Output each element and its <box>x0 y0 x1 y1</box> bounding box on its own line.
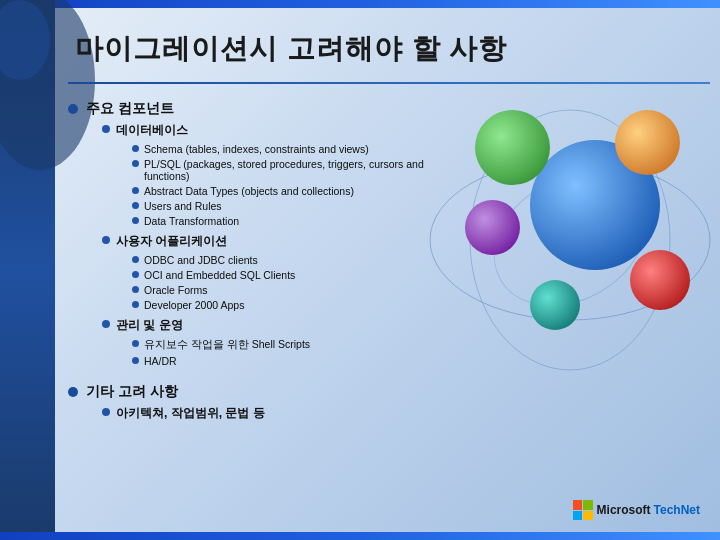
title-divider <box>68 82 710 84</box>
label-database: 데이터베이스 <box>116 122 440 139</box>
apps-item-0: ODBC and JDBC clients <box>132 254 295 266</box>
db-item-3: Users and Rules <box>132 200 440 212</box>
sphere-red <box>630 250 690 310</box>
subsection-database: 데이터베이스 Schema (tables, indexes, constrai… <box>102 122 440 370</box>
other-item-0: 아키텍쳐, 작업범위, 문법 등 <box>102 405 265 422</box>
tiny-dot <box>132 145 139 152</box>
db-text-3: Users and Rules <box>144 200 222 212</box>
win-sq-1 <box>573 500 583 510</box>
slide-title: 마이그레이션시 고려해야 할 사항 <box>75 30 710 68</box>
content-area: 주요 컴포넌트 데이터베이스 Schema (tables, indexes, … <box>68 100 440 500</box>
bullet-dot-apps <box>102 236 110 244</box>
bottom-bar <box>0 532 720 540</box>
ms-technet-logo: Microsoft TechNet <box>573 500 700 520</box>
mgmt-text-0: 유지보수 작업을 위한 Shell Scripts <box>144 338 310 352</box>
ms-text: Microsoft <box>597 503 651 517</box>
sub-item-apps: 사용자 어플리케이션 ODBC and JDBC clients OCI and… <box>102 233 440 314</box>
db-text-4: Data Transformation <box>144 215 239 227</box>
win-sq-4 <box>583 511 593 521</box>
db-item-0: Schema (tables, indexes, constraints and… <box>132 143 440 155</box>
mgmt-item-1: HA/DR <box>132 355 310 367</box>
bullet-dot-2 <box>68 387 78 397</box>
other-items: 아키텍쳐, 작업범위, 문법 등 <box>102 405 265 422</box>
tiny-dot <box>132 160 139 167</box>
apps-items: ODBC and JDBC clients OCI and Embedded S… <box>132 254 295 311</box>
apps-item-1: OCI and Embedded SQL Clients <box>132 269 295 281</box>
tiny-dot <box>132 217 139 224</box>
mgmt-item-0: 유지보수 작업을 위한 Shell Scripts <box>132 338 310 352</box>
label-apps: 사용자 어플리케이션 <box>116 233 295 250</box>
apps-text-0: ODBC and JDBC clients <box>144 254 258 266</box>
apps-item-2: Oracle Forms <box>132 284 295 296</box>
technet-text: TechNet <box>654 503 700 517</box>
sub-item-mgmt: 관리 및 운영 유지보수 작업을 위한 Shell Scripts HA/DR <box>102 317 440 370</box>
tiny-dot <box>132 202 139 209</box>
windows-logo-icon <box>573 500 593 520</box>
mgmt-text-1: HA/DR <box>144 355 177 367</box>
sphere-green <box>475 110 550 185</box>
win-sq-2 <box>583 500 593 510</box>
db-items: Schema (tables, indexes, constraints and… <box>132 143 440 227</box>
sphere-orange <box>615 110 680 175</box>
tiny-dot <box>132 301 139 308</box>
tiny-dot <box>132 187 139 194</box>
tiny-dot <box>132 357 139 364</box>
slide: 마이그레이션시 고려해야 할 사항 주요 컴포넌트 데이터베이스 <box>0 0 720 540</box>
other-text-0: 아키텍쳐, 작업범위, 문법 등 <box>116 405 265 422</box>
section-main-components: 주요 컴포넌트 데이터베이스 Schema (tables, indexes, … <box>68 100 440 373</box>
db-text-1: PL/SQL (packages, stored procedures, tri… <box>144 158 440 182</box>
ms-logo-container: Microsoft TechNet <box>573 500 700 520</box>
db-item-1: PL/SQL (packages, stored procedures, tri… <box>132 158 440 182</box>
sphere-teal <box>530 280 580 330</box>
tiny-dot <box>132 256 139 263</box>
sphere-purple <box>465 200 520 255</box>
db-item-4: Data Transformation <box>132 215 440 227</box>
decorative-spheres <box>420 80 700 400</box>
sub-item-database: 데이터베이스 Schema (tables, indexes, constrai… <box>102 122 440 230</box>
bullet-dot-db <box>102 125 110 133</box>
tiny-dot <box>132 286 139 293</box>
apps-text-1: OCI and Embedded SQL Clients <box>144 269 295 281</box>
db-item-2: Abstract Data Types (objects and collect… <box>132 185 440 197</box>
db-text-0: Schema (tables, indexes, constraints and… <box>144 143 369 155</box>
apps-item-3: Developer 2000 Apps <box>132 299 295 311</box>
section-label-other: 기타 고려 사항 <box>86 383 265 401</box>
win-sq-3 <box>573 511 583 521</box>
bullet-dot-other <box>102 408 110 416</box>
section-label-main: 주요 컴포넌트 <box>86 100 440 118</box>
apps-text-2: Oracle Forms <box>144 284 208 296</box>
db-text-2: Abstract Data Types (objects and collect… <box>144 185 354 197</box>
bullet-dot-mgmt <box>102 320 110 328</box>
tiny-dot <box>132 271 139 278</box>
bullet-dot-1 <box>68 104 78 114</box>
section-other: 기타 고려 사항 아키텍쳐, 작업범위, 문법 등 <box>68 383 440 425</box>
label-mgmt: 관리 및 운영 <box>116 317 310 334</box>
tiny-dot <box>132 340 139 347</box>
apps-text-3: Developer 2000 Apps <box>144 299 244 311</box>
mgmt-items: 유지보수 작업을 위한 Shell Scripts HA/DR <box>132 338 310 367</box>
